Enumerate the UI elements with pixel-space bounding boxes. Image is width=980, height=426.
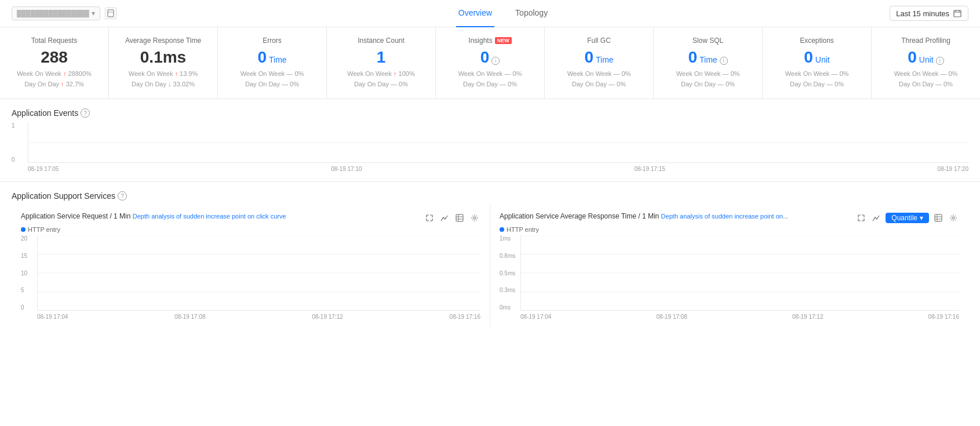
request-chart-subtitle-text[interactable]: Depth analysis of sudden increase point … — [133, 213, 286, 220]
chevron-down-icon: ▾ — [92, 9, 95, 17]
request-chart-body: 20 15 10 5 0 08 — [21, 235, 480, 320]
metric-label-instance-count: Instance Count — [334, 37, 428, 45]
response-line-chart-icon[interactable] — [870, 212, 882, 224]
metric-changes-exceptions: Week On Week — 0% Day On Day — 0% — [770, 69, 864, 89]
metric-label-avg-response: Average Response Time — [116, 37, 210, 45]
metric-value-full-gc: 0 Time — [552, 48, 646, 67]
metric-changes-insights: Week On Week — 0% Day On Day — 0% — [443, 69, 537, 89]
metric-changes-full-gc: Week On Week — 0% Day On Day — 0% — [552, 69, 646, 89]
metric-changes-thread-profiling: Week On Week — 0% Day On Day — 0% — [879, 69, 973, 89]
response-chart-panel: Application Service Average Response Tim… — [490, 205, 968, 327]
quantile-chevron-icon: ▾ — [920, 214, 923, 222]
metric-thread-profiling: Thread Profiling 0 Unit i Week On Week —… — [872, 27, 980, 99]
application-support-title: Application Support Services ? — [12, 191, 968, 201]
metric-label-exceptions: Exceptions — [770, 37, 864, 45]
errors-time-link[interactable]: Time — [269, 55, 287, 64]
full-gc-time-link[interactable]: Time — [596, 55, 614, 64]
request-chart-legend: HTTP entry — [21, 226, 480, 233]
metric-insights: Insights NEW 0 i Week On Week — 0% Day O… — [436, 27, 545, 99]
application-support-help-icon[interactable]: ? — [118, 191, 127, 201]
response-table-icon[interactable] — [932, 212, 944, 224]
response-chart-toolbar: Quantile ▾ — [855, 212, 959, 224]
nav-item-topology[interactable]: Topology — [513, 0, 550, 27]
slow-sql-time-link[interactable]: Time — [700, 55, 717, 64]
table-icon[interactable] — [454, 212, 465, 224]
request-chart-toolbar — [424, 212, 480, 224]
response-legend-label: HTTP entry — [507, 226, 539, 233]
metric-slow-sql: Slow SQL 0 Time i Week On Week — 0% Day … — [654, 27, 763, 99]
metric-errors: Errors 0 Time Week On Week — 0% Day On D… — [218, 27, 327, 99]
header-right: Last 15 minutes — [890, 6, 968, 21]
time-range-selector[interactable]: Last 15 minutes — [890, 6, 968, 21]
response-chart-title: Application Service Average Response Tim… — [500, 212, 659, 220]
metric-total-requests: Total Requests 288 Week On Week ↑ 28800%… — [0, 27, 109, 99]
request-chart-panel: Application Service Request / 1 Min Dept… — [12, 205, 490, 327]
metric-changes-avg-response: Week On Week ↑ 13.9% Day On Day ↓ 33.02% — [116, 69, 210, 89]
request-y-axis: 20 15 10 5 0 — [21, 235, 27, 311]
metric-label-thread-profiling: Thread Profiling — [879, 37, 973, 45]
header-left: ████████████████ ▾ — [12, 6, 116, 20]
metric-changes-errors: Week On Week — 0% Day On Day — 0% — [225, 69, 319, 89]
application-events-chart-container: 1 0 08-19 17:05 08-19 17:10 08-19 17:15 … — [12, 122, 968, 172]
response-chart-body: 1ms 0.8ms 0.5ms 0.3ms 0ms — [500, 235, 959, 320]
exceptions-unit-link[interactable]: Unit — [815, 55, 830, 64]
time-range-label: Last 15 minutes — [896, 9, 949, 18]
metric-value-instance-count: 1 — [334, 48, 428, 67]
request-chart-title-group: Application Service Request / 1 Min Dept… — [21, 212, 286, 220]
metric-value-exceptions: 0 Unit — [770, 48, 864, 67]
thread-profiling-info-icon[interactable]: i — [936, 57, 944, 65]
response-settings-icon[interactable] — [948, 212, 959, 224]
metric-label-total-requests: Total Requests — [7, 37, 101, 45]
metric-value-slow-sql: 0 Time i — [661, 48, 755, 67]
expand-icon[interactable] — [424, 212, 435, 224]
header: ████████████████ ▾ Overview Topology Las… — [0, 0, 980, 27]
thread-profiling-unit-link[interactable]: Unit — [919, 55, 934, 64]
insights-info-icon[interactable]: i — [491, 57, 500, 65]
request-x-labels: 08-19 17:04 08-19 17:08 08-19 17:12 08-1… — [37, 314, 480, 320]
line-chart-icon[interactable] — [439, 212, 450, 224]
response-y-axis: 1ms 0.8ms 0.5ms 0.3ms 0ms — [500, 235, 515, 311]
svg-point-17 — [952, 217, 955, 219]
metric-exceptions: Exceptions 0 Unit Week On Week — 0% Day … — [763, 27, 872, 99]
app-events-y-axis: 1 0 — [12, 122, 15, 163]
request-chart-header: Application Service Request / 1 Min Dept… — [21, 212, 480, 224]
response-chart-header: Application Service Average Response Tim… — [500, 212, 959, 224]
quantile-button[interactable]: Quantile ▾ — [886, 213, 929, 223]
response-expand-icon[interactable] — [855, 212, 867, 224]
application-events-section: Application Events ? 1 0 08-19 17:05 08-… — [0, 99, 980, 182]
metric-value-thread-profiling: 0 Unit i — [879, 48, 973, 67]
settings-icon[interactable] — [469, 212, 480, 224]
metric-full-gc: Full GC 0 Time Week On Week — 0% Day On … — [545, 27, 654, 99]
metric-label-insights: Insights NEW — [443, 37, 537, 45]
main-nav: Overview Topology — [456, 0, 550, 27]
application-support-section: Application Support Services ? Applicati… — [0, 182, 980, 327]
metric-changes-instance-count: Week On Week ↑ 100% Day On Day — 0% — [334, 69, 428, 89]
svg-rect-13 — [935, 214, 942, 221]
request-chart-svg — [37, 235, 480, 311]
response-x-labels: 08-19 17:04 08-19 17:08 08-19 17:12 08-1… — [520, 314, 959, 320]
app-selector-dropdown[interactable]: ████████████████ ▾ — [12, 6, 100, 20]
bookmark-icon[interactable] — [105, 8, 116, 19]
application-events-title: Application Events ? — [12, 108, 968, 118]
response-legend-dot — [500, 227, 504, 232]
slow-sql-info-icon[interactable]: i — [720, 57, 728, 65]
metric-changes-total-requests: Week On Week ↑ 28800% Day On Day ↑ 32.7% — [7, 69, 101, 89]
new-badge: NEW — [495, 37, 512, 44]
request-chart-title: Application Service Request / 1 Min — [21, 212, 130, 220]
metric-label-full-gc: Full GC — [552, 37, 646, 45]
charts-row: Application Service Request / 1 Min Dept… — [12, 205, 968, 327]
metric-avg-response: Average Response Time 0.1ms Week On Week… — [109, 27, 218, 99]
response-chart-svg — [520, 235, 959, 311]
svg-rect-0 — [108, 10, 114, 17]
application-events-help-icon[interactable]: ? — [81, 108, 90, 118]
svg-rect-1 — [954, 10, 961, 17]
request-legend-dot — [21, 227, 25, 232]
nav-item-overview[interactable]: Overview — [456, 0, 494, 27]
metrics-row: Total Requests 288 Week On Week ↑ 28800%… — [0, 27, 980, 99]
metric-changes-slow-sql: Week On Week — 0% Day On Day — 0% — [661, 69, 755, 89]
svg-rect-3 — [456, 214, 463, 221]
svg-point-7 — [473, 217, 476, 219]
metric-value-avg-response: 0.1ms — [116, 48, 210, 67]
metric-value-insights: 0 i — [443, 48, 537, 67]
response-chart-subtitle[interactable]: Depth analysis of sudden increase point … — [661, 213, 789, 220]
